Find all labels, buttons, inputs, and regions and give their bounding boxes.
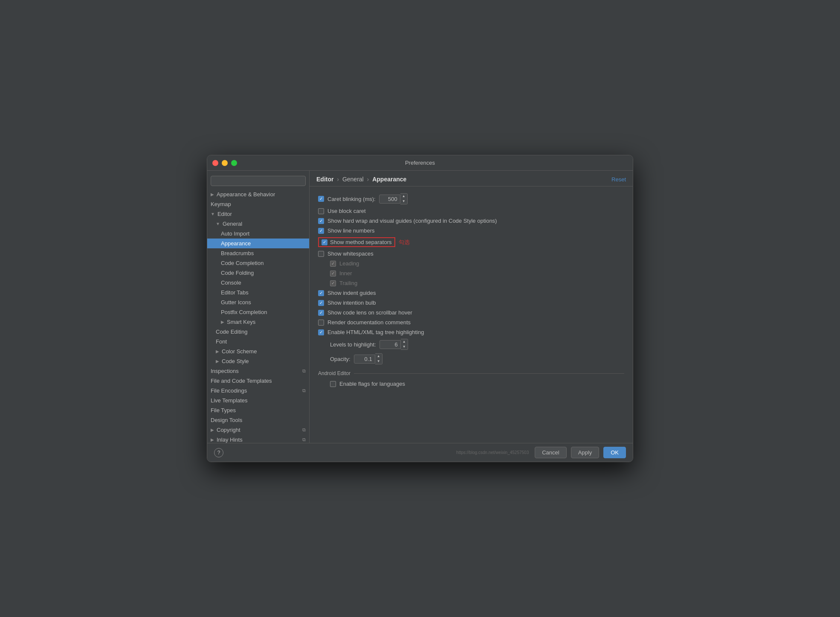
sidebar-label-file-encodings: File Encodings [211, 387, 247, 394]
sidebar-label-appearance: Appearance [221, 240, 251, 247]
sidebar-item-gutter-icons[interactable]: Gutter Icons [207, 297, 309, 307]
sidebar-label-code-editing: Code Editing [216, 329, 247, 335]
sidebar-label-inspections: Inspections [211, 368, 239, 374]
option-row-render-doc-comments: Render documentation comments [318, 317, 624, 327]
checkbox-enable-html-xml[interactable] [318, 329, 324, 335]
reset-button[interactable]: Reset [611, 176, 626, 183]
option-label-enable-flags: Enable flags for languages [339, 381, 405, 387]
sidebar-label-console: Console [221, 279, 241, 286]
option-label-opacity: Opacity: [330, 356, 350, 362]
highlighted-show-method-separators: Show method separators [318, 237, 395, 247]
option-row-show-code-lens: Show code lens on scrollbar hover [318, 308, 624, 317]
sidebar-item-inspections[interactable]: Inspections⧉ [207, 366, 309, 376]
checkbox-leading[interactable] [330, 261, 336, 267]
footer-left: ? [214, 448, 223, 457]
option-row-caret-blinking: Caret blinking (ms):▲▼ [318, 192, 624, 206]
sidebar-item-code-completion[interactable]: Code Completion [207, 258, 309, 268]
option-row-leading: Leading [318, 259, 624, 268]
checkbox-show-code-lens[interactable] [318, 310, 324, 316]
spinner-levels-highlight: ▲▼ [379, 339, 408, 350]
sidebar-item-console[interactable]: Console [207, 278, 309, 288]
sidebar-item-general[interactable]: ▼General [207, 219, 309, 229]
option-label-show-code-lens: Show code lens on scrollbar hover [327, 309, 412, 316]
checkbox-show-line-numbers[interactable] [318, 228, 324, 234]
sidebar-label-design-tools: Design Tools [211, 417, 242, 423]
sidebar-item-code-style[interactable]: ▶Code Style [207, 356, 309, 366]
option-label-show-intention-bulb: Show intention bulb [327, 300, 376, 306]
sidebar-item-color-scheme[interactable]: ▶Color Scheme [207, 346, 309, 356]
footer-right: https://blog.csdn.net/weixin_45257503 Ca… [456, 447, 626, 458]
sidebar-item-appearance-behavior[interactable]: ▶Appearance & Behavior [207, 189, 309, 199]
option-row-inner: Inner [318, 268, 624, 278]
option-row-levels-highlight: Levels to highlight:▲▼ [318, 337, 624, 352]
sidebar-item-live-templates[interactable]: Live Templates [207, 396, 309, 405]
option-label-enable-html-xml: Enable HTML/XML tag tree highlighting [327, 329, 424, 335]
sidebar-label-postfix-completion: Postfix Completion [221, 309, 267, 315]
sidebar-item-breadcrumbs[interactable]: Breadcrumbs [207, 248, 309, 258]
sidebar-item-appearance[interactable]: Appearance [207, 239, 309, 248]
sidebar-item-font[interactable]: Font [207, 337, 309, 346]
sidebar-label-appearance-behavior: Appearance & Behavior [217, 191, 275, 198]
sidebar-item-smart-keys[interactable]: ▶Smart Keys [207, 317, 309, 327]
sidebar-label-copyright: Copyright [217, 427, 240, 433]
checkbox-enable-flags[interactable] [330, 381, 336, 387]
help-button[interactable]: ? [214, 448, 223, 457]
sidebar-item-auto-import[interactable]: Auto Import [207, 229, 309, 239]
sidebar-item-file-code-templates[interactable]: File and Code Templates [207, 376, 309, 386]
apply-button[interactable]: Apply [571, 447, 600, 458]
sidebar-item-file-encodings[interactable]: File Encodings⧉ [207, 386, 309, 396]
dialog-content: ▶Appearance & BehaviorKeymap▼Editor▼Gene… [207, 171, 633, 443]
option-label-caret-blinking: Caret blinking (ms): [327, 196, 376, 202]
option-row-show-indent-guides: Show indent guides [318, 288, 624, 298]
checkbox-render-doc-comments[interactable] [318, 320, 324, 326]
sidebar-label-live-templates: Live Templates [211, 397, 247, 404]
sidebar-label-code-style: Code Style [222, 358, 249, 364]
option-row-trailing: Trailing [318, 278, 624, 288]
search-input[interactable] [211, 176, 306, 186]
checkbox-show-indent-guides[interactable] [318, 290, 324, 296]
sidebar-item-code-editing[interactable]: Code Editing [207, 327, 309, 337]
annotation-show-method-separators: 勾选 [399, 239, 410, 246]
sidebar-label-breadcrumbs: Breadcrumbs [221, 250, 254, 256]
option-label-show-method-separators: Show method separators [330, 239, 392, 245]
sidebar-item-editor-tabs[interactable]: Editor Tabs [207, 288, 309, 297]
main-content: Caret blinking (ms):▲▼Use block caretSho… [310, 186, 633, 443]
option-row-opacity: Opacity:▲▼ [318, 352, 624, 366]
arrow-icon-editor: ▼ [211, 212, 215, 216]
maximize-button[interactable] [231, 160, 237, 166]
copy-icon-file-encodings: ⧉ [302, 388, 306, 393]
option-label-show-hard-wrap: Show hard wrap and visual guides (config… [327, 218, 497, 224]
sidebar-item-postfix-completion[interactable]: Postfix Completion [207, 307, 309, 317]
sidebar-label-smart-keys: Smart Keys [227, 319, 255, 325]
minimize-button[interactable] [222, 160, 228, 166]
option-row-enable-html-xml: Enable HTML/XML tag tree highlighting [318, 327, 624, 337]
breadcrumb-part-1: General [342, 176, 364, 183]
checkbox-show-intention-bulb[interactable] [318, 300, 324, 306]
sidebar-item-copyright[interactable]: ▶Copyright⧉ [207, 425, 309, 435]
ok-button[interactable]: OK [603, 447, 626, 458]
sidebar-label-font: Font [216, 338, 227, 345]
sidebar-item-inlay-hints[interactable]: ▶Inlay Hints⧉ [207, 435, 309, 443]
cancel-button[interactable]: Cancel [535, 447, 566, 458]
close-button[interactable] [212, 160, 218, 166]
sidebar-item-code-folding[interactable]: Code Folding [207, 268, 309, 278]
checkbox-use-block-caret[interactable] [318, 208, 324, 214]
preferences-dialog: Preferences ▶Appearance & BehaviorKeymap… [207, 155, 633, 462]
sidebar-item-design-tools[interactable]: Design Tools [207, 415, 309, 425]
arrow-icon-code-style: ▶ [216, 359, 219, 364]
option-label-leading: Leading [339, 260, 359, 267]
option-label-trailing: Trailing [339, 280, 357, 286]
checkbox-show-whitespaces[interactable] [318, 251, 324, 257]
option-row-show-intention-bulb: Show intention bulb [318, 298, 624, 308]
checkbox-show-method-separators[interactable] [322, 239, 327, 245]
sidebar-label-file-types: File Types [211, 407, 236, 413]
sidebar-label-general: General [223, 221, 242, 227]
sidebar-item-keymap[interactable]: Keymap [207, 199, 309, 209]
sidebar: ▶Appearance & BehaviorKeymap▼Editor▼Gene… [207, 171, 310, 443]
checkbox-caret-blinking[interactable] [318, 196, 324, 202]
sidebar-item-file-types[interactable]: File Types [207, 405, 309, 415]
checkbox-inner[interactable] [330, 271, 336, 276]
checkbox-show-hard-wrap[interactable] [318, 218, 324, 224]
sidebar-item-editor[interactable]: ▼Editor [207, 209, 309, 219]
checkbox-trailing[interactable] [330, 280, 336, 286]
